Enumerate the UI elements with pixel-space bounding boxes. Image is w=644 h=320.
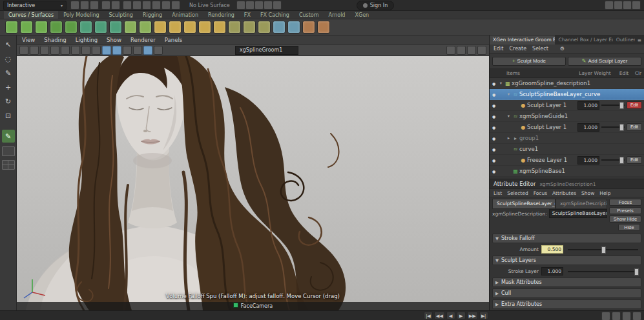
textured-icon[interactable] [112,46,121,55]
expander-icon[interactable]: ▾ [506,92,512,97]
snap-curve-icon[interactable] [132,1,141,10]
ae-menu-show[interactable]: Show [581,190,594,196]
multi-cut-icon[interactable] [302,21,315,34]
attribute-slider[interactable] [568,268,638,275]
grid-toggle-icon[interactable] [19,46,28,55]
groom-menu-create[interactable]: Create [510,46,527,52]
node-name-field[interactable]: SculptSplineBaseLayer_curve [549,209,607,218]
tree-row[interactable]: ●▾▦xgGroomSpline_description1 [490,78,644,89]
presets-button[interactable]: Presets [609,207,641,214]
redo-icon[interactable] [111,1,120,10]
go-to-start-button[interactable]: |◀ [424,312,433,319]
attribute-value-field[interactable]: 1.000 [541,267,563,275]
pin-panel-icon[interactable]: ⚙ [560,46,565,52]
boolean-icon[interactable] [228,21,241,34]
viewport-canvas[interactable]: Volume Falloff Spu (Falloff M): adjust f… [17,56,489,310]
shelf-tab-sculpting[interactable]: Sculpting [105,11,138,19]
anim-layer-icon[interactable] [601,312,610,320]
cylinder-primitive-icon[interactable] [35,21,48,34]
slider-handle[interactable] [619,157,624,164]
torus-primitive-icon[interactable] [65,21,78,34]
shelf-tab-rigging[interactable]: Rigging [138,11,167,19]
ae-menu-focus[interactable]: Focus [534,190,547,196]
node-tab-xgmsplinedescription1[interactable]: xgmSplineDescription1 [556,199,607,209]
anti-alias-toggle-icon[interactable] [154,46,163,55]
play-forwards-button[interactable]: ▶ [457,312,466,319]
tree-row[interactable]: ●▾≈xgmSplineGuide1 [490,111,644,122]
visibility-dot[interactable]: ● [490,103,498,108]
pencil-curve-icon[interactable] [124,21,137,34]
cube-primitive-icon[interactable] [20,21,33,34]
visibility-dot[interactable]: ● [490,125,498,130]
safe-title-icon[interactable] [81,46,90,55]
scale-tool[interactable]: ⊡ [2,109,15,122]
expander-icon[interactable]: ▾ [498,81,504,86]
tree-row[interactable]: ●●Freeze Layer 11.000Edit [490,155,644,166]
viewport-menu-renderer[interactable]: Renderer [130,37,156,43]
viewport-menu-panels[interactable]: Panels [165,37,182,43]
layer-weight-field[interactable]: 1.000 [577,156,599,165]
groom-menu-select[interactable]: Select [532,46,548,52]
ae-menu-selected[interactable]: Selected [507,190,528,196]
layer-edit-button[interactable]: Edit [627,101,642,109]
layer-edit-button[interactable]: Edit [627,123,642,131]
hide-button[interactable]: Hide [618,224,640,231]
visibility-dot[interactable]: ● [490,158,498,163]
ae-menu-help[interactable]: Help [599,190,610,196]
attribute-slider[interactable] [568,246,638,253]
node-tab-sculptsplinebaselayer-curve[interactable]: SculptSplineBaseLayer_curve [492,199,556,209]
section-stroke-falloff[interactable]: ▼Stroke Falloff [492,234,641,243]
smooth-shade-icon[interactable] [102,46,111,55]
target-weld-icon[interactable] [317,21,330,34]
ao-toggle-icon[interactable] [143,46,152,55]
section-extra-attributes[interactable]: ▶Extra Attributes [492,299,641,309]
panel-tab-outliner[interactable]: Outliner [613,35,635,45]
tree-row[interactable]: ●≈curve1 [490,144,644,155]
layer-weight-field[interactable]: 1.000 [577,123,599,132]
four-pane-layout-button[interactable] [2,160,15,170]
make-live-icon[interactable] [171,1,180,10]
visibility-dot[interactable]: ● [490,81,498,86]
gear-icon[interactable] [477,46,486,55]
separate-icon[interactable] [258,21,271,34]
tool-settings-toggle-icon[interactable] [632,1,641,10]
snap-projected-center-icon[interactable] [152,1,161,10]
shelf-tab-curves-surfaces[interactable]: Curves / Surfaces [4,11,58,19]
layer-edit-button[interactable]: Edit [627,156,642,164]
ae-menu-attributes[interactable]: Attributes [552,190,576,196]
step-forward-frame-button[interactable]: ▶▶ [467,312,478,319]
tree-row[interactable]: ●▾≈SculptSplineBaseLayer_curve [490,89,644,100]
film-gate-icon[interactable] [30,46,39,55]
expander-icon[interactable]: ▾ [506,114,512,119]
panel-tab-xgen-interactive-groom-editor[interactable]: XGen Interactive Groom Editor [490,35,555,45]
show-hide-button[interactable]: Show Hide [609,215,641,223]
viewport-menu-shading[interactable]: Shading [44,37,67,43]
expander-icon[interactable]: ▸ [506,135,512,141]
sculpt-mode-button[interactable]: +Sculpt Mode [492,57,566,66]
layer-weight-slider[interactable] [601,124,625,130]
shelf-tab-arnold[interactable]: Arnold [324,11,350,19]
section-sculpt-layers[interactable]: ▼Sculpt Layers [492,255,641,265]
camera-settings-icon[interactable] [467,46,476,55]
ipr-render-icon[interactable] [264,1,273,10]
slider-handle[interactable] [619,124,624,131]
rotate-tool[interactable]: ↻ [2,95,15,108]
visibility-dot[interactable]: ● [490,136,498,141]
snap-point-icon[interactable] [142,1,151,10]
shadows-toggle-icon[interactable] [133,46,142,55]
xray-icon[interactable] [446,46,455,55]
tree-row[interactable]: ●●Sculpt Layer 11.000Edit [490,122,644,133]
step-back-frame-button[interactable]: ◀◀ [434,312,445,319]
section-cull[interactable]: ▶Cull [492,288,641,298]
render-settings-icon[interactable] [273,1,282,10]
shelf-tab-xgen[interactable]: XGen [350,11,373,19]
go-to-end-button[interactable]: ▶| [479,312,488,319]
shelf-tab-custom[interactable]: Custom [295,11,324,19]
move-tool[interactable]: + [2,81,15,94]
focus-button[interactable]: Focus [609,199,641,206]
visibility-dot[interactable]: ● [490,169,498,174]
ae-menu-list[interactable]: List [493,190,502,196]
layer-weight-slider[interactable] [601,102,625,108]
visibility-dot[interactable]: ● [490,114,498,119]
no-live-surface-label[interactable]: No Live Surface [189,3,230,8]
